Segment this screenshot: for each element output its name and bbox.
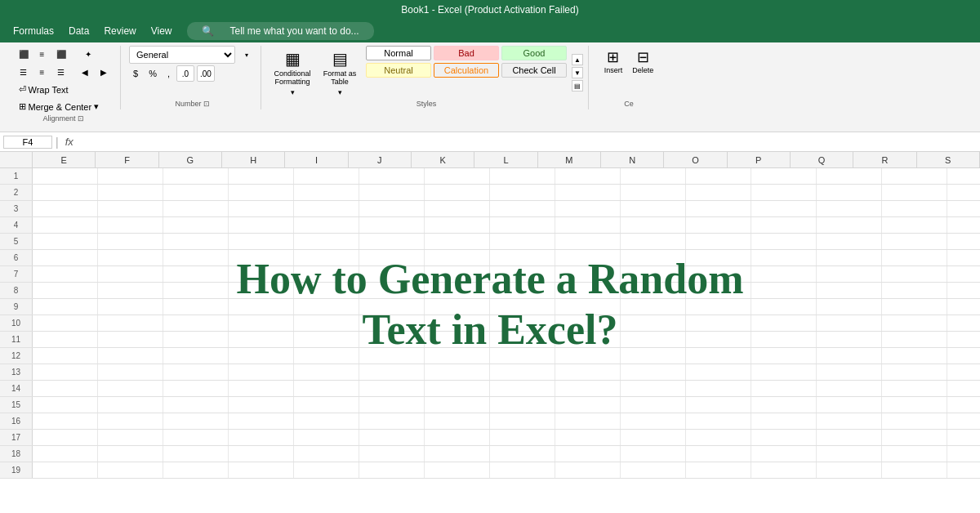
currency-btn[interactable]: $: [129, 66, 142, 81]
decrease-decimal-btn[interactable]: .00: [197, 65, 215, 82]
table-row[interactable]: [686, 168, 751, 184]
table-row[interactable]: [882, 413, 947, 429]
table-row[interactable]: [621, 397, 686, 413]
table-row[interactable]: [294, 462, 359, 478]
table-row[interactable]: [490, 168, 555, 184]
table-row[interactable]: [751, 250, 817, 265]
table-row[interactable]: [33, 381, 98, 396]
table-row[interactable]: [425, 234, 490, 249]
table-row[interactable]: [229, 413, 294, 429]
table-row[interactable]: [490, 217, 555, 233]
table-row[interactable]: [490, 413, 555, 429]
table-row[interactable]: [882, 315, 947, 331]
table-row[interactable]: [98, 381, 163, 396]
table-row[interactable]: [817, 234, 882, 249]
table-row[interactable]: [751, 234, 817, 249]
table-row[interactable]: [882, 299, 947, 314]
table-row[interactable]: [33, 430, 98, 445]
table-row[interactable]: [163, 168, 229, 184]
table-row[interactable]: [163, 266, 229, 282]
table-row[interactable]: [163, 234, 229, 249]
table-row[interactable]: [817, 201, 882, 216]
table-row[interactable]: [882, 201, 947, 216]
table-row[interactable]: [621, 315, 686, 331]
table-row[interactable]: [98, 430, 163, 445]
table-row[interactable]: [555, 397, 621, 413]
align-right[interactable]: ☰: [52, 64, 70, 80]
table-row[interactable]: [817, 332, 882, 347]
table-row[interactable]: [33, 462, 98, 478]
table-row[interactable]: [229, 348, 294, 364]
table-row[interactable]: [882, 266, 947, 282]
table-row[interactable]: [882, 397, 947, 413]
table-row[interactable]: [947, 397, 980, 413]
table-row[interactable]: [817, 381, 882, 396]
table-row[interactable]: [555, 348, 621, 364]
table-row[interactable]: [621, 283, 686, 298]
table-row[interactable]: [425, 348, 490, 364]
table-row[interactable]: [555, 266, 621, 282]
table-row[interactable]: [229, 283, 294, 298]
table-row[interactable]: [947, 201, 980, 216]
table-row[interactable]: [229, 315, 294, 331]
table-row[interactable]: [751, 446, 817, 462]
table-row[interactable]: [817, 266, 882, 282]
col-S[interactable]: S: [917, 152, 980, 168]
table-row[interactable]: [98, 348, 163, 364]
menu-formulas[interactable]: Formulas: [7, 24, 60, 38]
table-row[interactable]: [751, 299, 817, 314]
table-row[interactable]: [555, 185, 621, 200]
table-row[interactable]: [621, 446, 686, 462]
table-row[interactable]: [882, 217, 947, 233]
table-row[interactable]: [33, 413, 98, 429]
table-row[interactable]: [882, 234, 947, 249]
table-row[interactable]: [947, 168, 980, 184]
table-row[interactable]: [947, 266, 980, 282]
table-row[interactable]: [686, 315, 751, 331]
table-row[interactable]: [686, 446, 751, 462]
table-row[interactable]: [359, 250, 425, 265]
table-row[interactable]: [686, 364, 751, 380]
table-row[interactable]: [98, 413, 163, 429]
table-row[interactable]: [947, 381, 980, 396]
table-row[interactable]: [490, 430, 555, 445]
conditional-formatting-btn[interactable]: ▦ ConditionalFormatting ▾: [270, 48, 315, 97]
table-row[interactable]: [294, 185, 359, 200]
table-row[interactable]: [817, 185, 882, 200]
col-J[interactable]: J: [349, 152, 412, 168]
col-K[interactable]: K: [412, 152, 474, 168]
table-row[interactable]: [817, 430, 882, 445]
table-row[interactable]: [294, 381, 359, 396]
table-row[interactable]: [425, 168, 490, 184]
table-row[interactable]: [947, 283, 980, 298]
table-row[interactable]: [98, 201, 163, 216]
table-row[interactable]: [686, 185, 751, 200]
table-row[interactable]: [425, 332, 490, 347]
table-row[interactable]: [229, 462, 294, 478]
table-row[interactable]: [163, 332, 229, 347]
table-row[interactable]: [425, 397, 490, 413]
table-row[interactable]: [33, 185, 98, 200]
search-box[interactable]: 🔍 Tell me what you want to do...: [187, 22, 374, 40]
table-row[interactable]: [229, 168, 294, 184]
number-expand-small[interactable]: ▾: [238, 47, 256, 63]
style-normal[interactable]: Normal: [366, 46, 431, 60]
table-row[interactable]: [163, 430, 229, 445]
table-row[interactable]: [621, 462, 686, 478]
number-expand-icon[interactable]: ⊡: [203, 100, 210, 108]
style-calculation[interactable]: Calculation: [434, 63, 499, 78]
table-row[interactable]: [98, 397, 163, 413]
table-row[interactable]: [947, 430, 980, 445]
table-row[interactable]: [817, 250, 882, 265]
table-row[interactable]: [98, 234, 163, 249]
table-row[interactable]: [686, 283, 751, 298]
table-row[interactable]: [947, 413, 980, 429]
table-row[interactable]: [229, 234, 294, 249]
table-row[interactable]: [817, 348, 882, 364]
table-row[interactable]: [359, 348, 425, 364]
col-F[interactable]: F: [96, 152, 158, 168]
table-row[interactable]: [751, 364, 817, 380]
table-row[interactable]: [359, 201, 425, 216]
table-row[interactable]: [294, 217, 359, 233]
col-O[interactable]: O: [664, 152, 727, 168]
